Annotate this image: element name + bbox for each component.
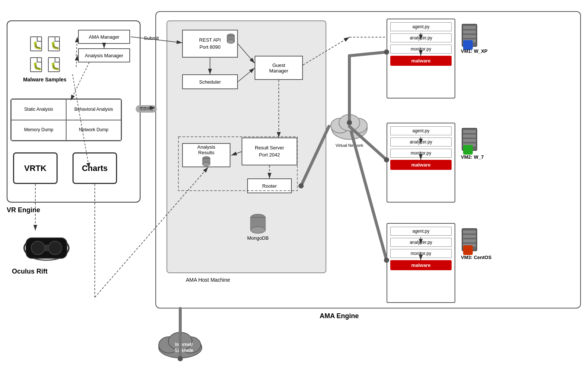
vm2-analyzer-box: analyzer.py	[390, 138, 452, 146]
malware-samples-label: Malware Samples	[23, 77, 67, 83]
rest-api-box: REST APIPort 8090	[182, 30, 238, 58]
charts-box: Charts	[72, 152, 117, 184]
mongodb-container: MongoDB	[247, 214, 269, 241]
ama-manager-box: AMA Manager	[78, 30, 130, 44]
vm3-analyzer-box: analyzer.py	[390, 238, 452, 247]
rooter-box: Rooter	[247, 178, 292, 193]
charts-label: Charts	[82, 164, 108, 173]
vm1-agent-box: agent.py	[390, 22, 452, 31]
ama-engine-label: AMA Engine	[320, 312, 359, 320]
virtual-network-label: Virtual Network	[331, 143, 368, 148]
rooter-label: Rooter	[262, 183, 277, 189]
svg-rect-22	[463, 239, 476, 242]
virtual-network-cloud	[329, 112, 370, 141]
file-icon-1: 🐛	[30, 36, 42, 51]
oculus-label: Oculus Rift	[12, 268, 48, 275]
vm2-label: VM2: W_7	[461, 154, 484, 160]
bug-icon-3: 🐛	[33, 62, 42, 71]
vm3-monitor-box: monitor.py	[390, 249, 452, 258]
network-dump-box: Network Dump	[66, 120, 121, 141]
vm1-monitor-box: monitor.py	[390, 45, 452, 54]
vm3-agent-box: agent.py	[390, 227, 452, 236]
ama-host-label: AMA Host Machine	[186, 277, 230, 283]
sshv2-label: SSHv2	[136, 105, 157, 113]
mongodb-db-icon	[250, 214, 266, 235]
bug-icon-2: 🐛	[51, 41, 60, 50]
submit-label: Submit	[144, 35, 159, 41]
malware-icon-4: 🐛	[46, 56, 61, 74]
svg-point-33	[31, 241, 45, 255]
svg-rect-21	[463, 235, 476, 238]
result-server-label: Result ServerPort 2042	[255, 145, 284, 158]
file-icon-4: 🐛	[48, 57, 60, 72]
rest-api-db-icon	[227, 33, 235, 44]
vm2-monitor-box: monitor.py	[390, 149, 452, 158]
scheduler-box: Scheduler	[182, 74, 238, 89]
svg-point-8	[251, 227, 265, 233]
malware-icon-2: 🐛	[46, 35, 61, 53]
memory-dump-box: Memory Dump	[11, 120, 66, 141]
analysis-manager-label: Analysis Manager	[85, 53, 123, 58]
guest-manager-box: GuestManager	[255, 56, 303, 80]
vm1-label: VM1: W_XP	[461, 48, 488, 54]
static-analysis-box: Static Analysis	[11, 99, 66, 120]
analysis-boxes: Static Analysis Behavioral Analysis Memo…	[10, 98, 122, 141]
vm-box-2: agent.py analyzer.py monitor.py malware	[387, 123, 455, 203]
bug-icon-4: 🐛	[51, 62, 60, 71]
ama-manager-label: AMA Manager	[89, 34, 119, 40]
svg-rect-35	[45, 245, 48, 251]
svg-rect-10	[463, 26, 476, 29]
file-icon-3: 🐛	[30, 57, 42, 72]
svg-rect-11	[463, 30, 476, 33]
vm-box-3: agent.py analyzer.py monitor.py malware	[387, 223, 455, 303]
svg-rect-15	[463, 130, 476, 133]
vr-engine-label: VR Engine	[7, 206, 40, 214]
diagram-container: AMA Engine VR Engine 🐛 🐛 🐛	[0, 0, 588, 391]
analysis-manager-box: Analysis Manager	[78, 48, 130, 62]
svg-point-5	[203, 162, 210, 166]
mongodb-label: MongoDB	[247, 235, 269, 241]
svg-point-27	[339, 114, 360, 131]
bug-icon-1: 🐛	[33, 41, 42, 50]
svg-rect-20	[463, 230, 476, 233]
result-server-box: Result ServerPort 2042	[242, 138, 297, 165]
behavioral-analysis-box: Behavioral Analysis	[66, 99, 121, 120]
vm3-label: VM3: CentOS	[461, 255, 491, 260]
svg-rect-16	[463, 135, 476, 138]
vm3-cube	[463, 245, 473, 255]
analysis-results-box: AnalysisResults	[182, 143, 230, 167]
oculus-svg	[22, 230, 71, 264]
vm3-malware-btn: malware	[390, 260, 452, 270]
vm2-cube	[463, 145, 473, 155]
vrtk-label: VRTK	[24, 164, 46, 173]
scheduler-label: Scheduler	[199, 79, 221, 85]
analysis-results-db-icon	[202, 156, 210, 167]
vm-box-1: agent.py analyzer.py monitor.py malware	[387, 19, 455, 98]
analysis-results-label: AnalysisResults	[197, 144, 215, 155]
vm2-malware-btn: malware	[390, 160, 452, 170]
malware-icon-1: 🐛	[29, 35, 43, 53]
svg-rect-17	[463, 139, 476, 142]
vm2-agent-box: agent.py	[390, 126, 452, 135]
oculus-icon	[22, 230, 71, 264]
malware-icons-grid: 🐛 🐛 🐛 🐛	[29, 35, 61, 74]
svg-point-34	[48, 241, 62, 255]
guest-manager-label: GuestManager	[269, 62, 288, 74]
vm1-analyzer-box: analyzer.py	[390, 33, 452, 42]
rest-api-label: REST APIPort 8090	[199, 37, 221, 50]
internet-label: Internet/Sinkhole	[164, 342, 204, 353]
svg-rect-12	[463, 35, 476, 38]
vrtk-box: VRTK	[13, 152, 58, 184]
svg-point-2	[227, 40, 235, 43]
malware-samples-area: 🐛 🐛 🐛 🐛 Malware Samples	[10, 24, 79, 93]
vm1-malware-btn: malware	[390, 56, 452, 66]
file-icon-2: 🐛	[48, 36, 60, 51]
malware-icon-3: 🐛	[29, 56, 43, 74]
